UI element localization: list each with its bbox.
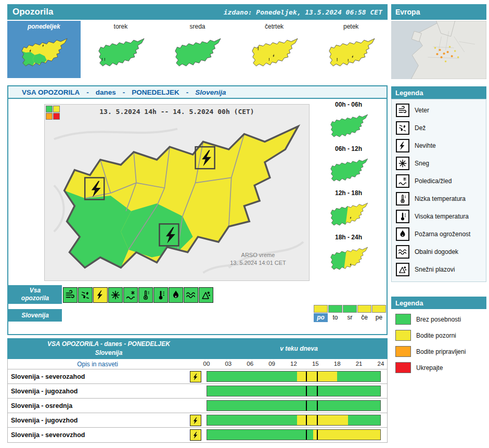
page-title: Opozorila (7, 7, 53, 17)
day-square-po[interactable] (314, 305, 328, 313)
legend-title: Legenda (391, 89, 423, 97)
section-header-part: PONEDELJEK (132, 88, 179, 96)
nizka-icon (396, 192, 409, 206)
legend-type-list: VeterDežNevihteSnegPoledica/žledNizka te… (391, 99, 486, 282)
legend-label: Požarna ogroženost (415, 231, 470, 238)
day-tab-sreda[interactable]: sreda (161, 21, 234, 78)
map-color-key-swatch (53, 106, 60, 112)
plazovi-icon[interactable] (199, 287, 213, 303)
map-color-key-swatch (53, 113, 60, 120)
hour-label: 03 (222, 361, 235, 367)
legend-label: Snežni plazovi (415, 266, 455, 273)
time-map-label: 18h - 24h (335, 234, 362, 242)
watermark-time: 13. 5.2024 14:01 CET (216, 259, 300, 267)
obalni-icon[interactable] (184, 287, 198, 303)
hour-label: 18 (331, 361, 343, 367)
time-map-label: 12h - 18h (335, 189, 362, 198)
slovenia-time-map (328, 242, 369, 275)
legend-item-poledica: Poledica/žled (396, 172, 486, 190)
hourly-warning-bar (207, 415, 381, 426)
warning-segment (337, 372, 380, 381)
day-label-po[interactable]: po (314, 313, 328, 322)
legend-item-dez: Dež (396, 119, 486, 137)
day-label-to[interactable]: to (328, 313, 342, 322)
warning-segment (313, 430, 380, 440)
level-label: Bodite pozorni (416, 332, 456, 339)
day-square-sr[interactable] (343, 305, 357, 313)
slovenija-label: Slovenija (8, 309, 62, 322)
warnings-page: Opozorila izdano: Ponedeljek, 13.5.2024 … (0, 0, 489, 448)
legend-label: Veter (415, 107, 429, 114)
day-tabs: ponedeljektoreksredačetrtekpetek (7, 21, 388, 78)
day-label-pe[interactable]: pe (372, 313, 386, 322)
sneg-icon[interactable] (108, 287, 123, 303)
day-square-pe[interactable] (372, 305, 386, 313)
table-title: VSA OPOZORILA - danes - PONEDELJEK (47, 340, 170, 349)
warning-row: Slovenija - severovzhod (8, 428, 387, 442)
poledica-icon (396, 174, 409, 188)
day-label-če[interactable]: če (357, 313, 371, 322)
page-header: Opozorila izdano: Ponedeljek, 13.5.2024 … (7, 4, 388, 20)
separator: - (186, 88, 189, 96)
nizka-icon[interactable] (138, 287, 153, 303)
map-color-key-swatch (46, 113, 53, 120)
time-map: 12h - 18h (312, 189, 385, 234)
level-item: Brez posebnosti (395, 311, 486, 327)
time-map: 18h - 24h (312, 234, 385, 278)
level-item: Ukrepajte (395, 360, 486, 376)
time-marker (306, 415, 307, 425)
table-body: Opis in nasveti 000306091215182124 Slove… (7, 359, 388, 443)
pozarna-icon[interactable] (169, 287, 183, 303)
europe-map-thumbnail[interactable] (391, 21, 486, 79)
time-map-label: 00h - 06h (335, 101, 362, 109)
day-tab-ponedeljek[interactable]: ponedeljek (7, 21, 81, 78)
time-marker (306, 386, 307, 396)
level-swatch (395, 330, 411, 341)
warning-segment (207, 386, 380, 396)
day-tab-torek[interactable]: torek (84, 21, 158, 78)
table-subheader: Opis in nasveti 000306091215182124 (8, 359, 387, 369)
warnings-section: VSA OPOZORILA - danes - PONEDELJEK - Slo… (7, 85, 388, 335)
watermark-source: ARSO vreme (216, 251, 300, 259)
nevihte-icon (190, 415, 201, 426)
hourly-warning-bar (207, 429, 381, 440)
warnings-table: VSA OPOZORILA - danes - PONEDELJEK Slove… (7, 338, 388, 443)
day-square-če[interactable] (357, 305, 371, 313)
veter-icon[interactable] (63, 287, 78, 303)
day-tab-label: ponedeljek (28, 21, 60, 31)
separator: - (123, 88, 125, 96)
legend-levels-header: Legenda (391, 297, 486, 309)
legend-label: Poledica/žled (415, 177, 452, 185)
legend-level-list: Brez posebnostiBodite pozorniBodite prip… (391, 309, 486, 376)
day-tab-petek[interactable]: petek (314, 21, 388, 78)
legend-label: Dež (415, 124, 426, 132)
legend-item-nevihte: Nevihte (396, 137, 486, 155)
day-tab-četrtek[interactable]: četrtek (238, 21, 311, 78)
time-marker (317, 415, 318, 425)
veter-icon (396, 104, 409, 117)
time-marker (306, 401, 307, 411)
dez-icon[interactable] (78, 287, 93, 303)
day-overview: potosrčepe (314, 305, 386, 322)
nevihte-icon[interactable] (93, 287, 108, 303)
day-tab-label: četrtek (265, 21, 284, 31)
day-square-to[interactable] (328, 305, 342, 313)
europe-header: Evropa (391, 4, 486, 20)
legend-item-nizka: Nizka temperatura (396, 190, 486, 208)
issued-timestamp: izdano: Ponedeljek, 13.5.2024 06:58 CET (224, 8, 388, 16)
hour-label: 12 (288, 361, 300, 367)
table-header: VSA OPOZORILA - danes - PONEDELJEK Slove… (7, 338, 388, 359)
all-warnings-label: Vsa opozorila (8, 285, 62, 304)
legend-title: Legenda (391, 299, 423, 307)
map-validity-title: 13. 5.2024 14h -- 14. 5.2024 00h (CET) (45, 108, 309, 116)
poledica-icon[interactable] (123, 287, 138, 303)
legend-label: Sneg (415, 160, 429, 167)
visoka-icon[interactable] (153, 287, 168, 303)
day-label-sr[interactable]: sr (343, 313, 357, 322)
slovenia-time-map (328, 153, 369, 187)
day-tab-label: petek (343, 21, 358, 31)
map-color-key-swatch (46, 106, 53, 112)
hour-label: 24 (375, 361, 387, 367)
time-marker (317, 430, 318, 440)
time-map-label: 06h - 12h (335, 145, 362, 153)
